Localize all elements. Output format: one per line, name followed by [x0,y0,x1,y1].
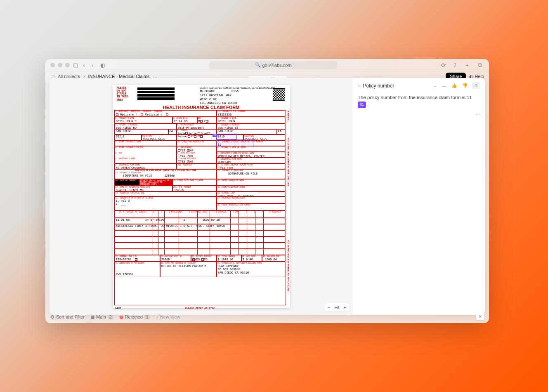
search-icon: 🔍 [255,62,261,68]
citation-badge[interactable]: 01 [358,102,366,108]
grid-icon: ▦ [119,314,123,320]
new-view-button[interactable]: + New View [156,314,180,319]
form-title: HEALTH INSURANCE CLAIM FORM [113,105,290,110]
panel-header: ≡ Policy number ⌄ — 👍 👎 ✕ [358,82,480,89]
zoom-in-button[interactable]: + [344,305,346,310]
collapse-button[interactable]: ⌄ [432,82,438,89]
tab-main[interactable]: ▦ Main 2 [90,314,113,320]
answer-text-prefix: The policy number from the insurance cla… [358,95,472,100]
thumbs-down-button[interactable]: 👎 [461,82,469,89]
shield-icon[interactable]: ◐ [98,61,107,69]
carrier-address: visit: www.paris-software.com/samples/wo… [200,87,275,106]
browser-window: ▢ ‹ › ◐ 🔍 go.v7labs.com ⟳ ⤴ + ⧉ ▢ All pr… [45,59,489,323]
traffic-lights [50,63,70,67]
barcode [137,87,175,101]
close-panel-button[interactable]: ✕ [472,82,480,89]
forward-button[interactable]: › [90,62,95,68]
bottom-close-button[interactable]: ✕ [476,313,484,320]
browser-toolbar: ▢ ‹ › ◐ 🔍 go.v7labs.com ⟳ ⤴ + ⧉ [45,59,489,71]
minimize-button[interactable]: — [441,83,447,89]
patient-name: SMITH JOHN C [115,120,137,123]
qr-code [273,88,285,101]
zoom-controls: − Fit + [324,303,350,312]
url-text: go.v7labs.com [262,63,292,68]
minimize-window-button[interactable] [58,63,62,67]
highlight-policy-number [216,139,253,146]
reload-button[interactable]: ⟳ [439,61,448,69]
back-button[interactable]: ‹ [81,62,87,68]
answer-text-suffix: . [367,102,368,107]
maximize-window-button[interactable] [65,63,70,67]
claim-form-document: PLEASEDO NOTSTAPLEIN THISAREA visit: www… [113,85,290,308]
panel-title: Policy number [363,83,394,89]
text-icon: ≡ [358,83,360,88]
more-options-button[interactable]: ⋯ [475,111,481,117]
sidebar-toggle-icon[interactable]: ▢ [73,62,78,68]
patient-side-label: PATIENT AND INSURED INFORMATION [287,124,290,186]
share-icon[interactable]: ⤴ [451,61,458,69]
main-area: PLEASEDO NOTSTAPLEIN THISAREA visit: www… [50,78,485,315]
close-window-button[interactable] [50,63,55,67]
side-panel: ≡ Policy number ⌄ — 👍 👎 ✕ The policy num… [353,78,485,315]
form-grid: 1. MEDICARE MEDICAID CHAMPUS CHAMPVA X M… [114,110,286,305]
thumbs-up-button[interactable]: 👍 [451,82,458,89]
document-pane[interactable]: PLEASEDO NOTSTAPLEIN THISAREA visit: www… [50,78,353,315]
filter-icon: ⚙ [50,314,54,320]
physician-side-label: PHYSICIAN OR SUPPLIER INFORMATION [287,234,290,291]
panel-body: The policy number from the insurance cla… [358,94,480,109]
zoom-out-button[interactable]: − [328,305,330,310]
zoom-fit-button[interactable]: Fit [334,305,339,310]
insured-id: 33333333 [217,113,233,116]
tab-rejected[interactable]: ▦ Rejected 1 [119,314,150,320]
tabs-icon[interactable]: ⧉ [476,61,484,69]
highlight-zip [216,134,237,139]
sort-filter-button[interactable]: ⚙ Sort and Filter [50,314,85,320]
address-bar[interactable]: 🔍 go.v7labs.com [209,61,337,69]
grid-icon: ▦ [90,314,94,320]
plus-icon: + [156,314,158,319]
carrier-side-label: CARRIER [287,110,290,122]
new-tab-button[interactable]: + [463,61,471,69]
bottom-tabs: ⚙ Sort and Filter ▦ Main 2 ▦ Rejected 1 … [50,312,484,321]
